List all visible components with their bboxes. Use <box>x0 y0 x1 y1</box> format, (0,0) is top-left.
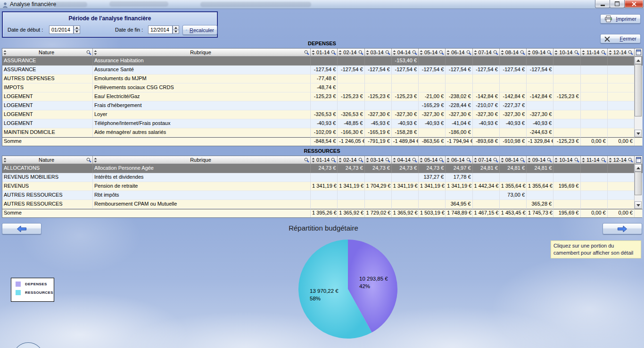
value-cell[interactable]: -40,93 € <box>311 119 338 128</box>
column-header-month-03-14[interactable]: 03-14 <box>365 49 392 57</box>
column-header-month-12-14[interactable]: 12-14 <box>608 49 635 57</box>
value-cell[interactable] <box>419 200 446 209</box>
value-cell[interactable] <box>608 173 635 182</box>
scroll-up-button[interactable] <box>635 57 642 64</box>
value-cell[interactable]: -327,30 € <box>419 110 446 119</box>
value-cell[interactable] <box>581 110 608 119</box>
minimize-button[interactable] <box>595 0 610 8</box>
value-cell[interactable]: 1 341,19 € <box>446 182 472 191</box>
recalculate-button[interactable]: Recalculer <box>182 25 217 35</box>
value-cell[interactable] <box>527 83 553 92</box>
value-cell[interactable] <box>338 75 364 83</box>
scrollbar-thumb[interactable] <box>635 64 642 116</box>
value-cell[interactable] <box>338 191 364 200</box>
value-cell[interactable] <box>608 83 635 92</box>
value-cell[interactable]: 24,73 € <box>419 164 446 173</box>
value-cell[interactable] <box>473 200 500 209</box>
vertical-scrollbar[interactable] <box>634 164 642 209</box>
value-cell[interactable] <box>553 75 580 83</box>
value-cell[interactable] <box>553 164 580 173</box>
value-cell[interactable] <box>419 191 446 200</box>
scrollbar-thumb[interactable] <box>635 172 642 195</box>
value-cell[interactable] <box>473 191 500 200</box>
value-cell[interactable]: -21,00 € <box>419 92 446 101</box>
column-header-month-10-14[interactable]: 10-14 <box>553 156 580 164</box>
value-cell[interactable] <box>473 57 500 66</box>
column-header-month-05-14[interactable]: 05-14 <box>419 49 446 57</box>
search-icon[interactable] <box>466 50 471 55</box>
value-cell[interactable]: -326,53 € <box>311 110 338 119</box>
value-cell[interactable] <box>338 200 364 209</box>
value-cell[interactable]: -326,53 € <box>338 110 364 119</box>
value-cell[interactable] <box>473 173 500 182</box>
rubrique-cell[interactable]: Intérêts et dividendes <box>93 173 311 182</box>
value-cell[interactable]: -327,30 € <box>473 110 500 119</box>
value-cell[interactable] <box>553 191 580 200</box>
rubrique-cell[interactable]: Eau/ Electricité/Gaz <box>93 92 311 101</box>
value-cell[interactable] <box>581 128 608 137</box>
value-cell[interactable]: -127,54 € <box>419 66 446 75</box>
value-cell[interactable] <box>553 83 580 92</box>
value-cell[interactable] <box>581 182 608 191</box>
search-icon[interactable] <box>520 50 525 55</box>
value-cell[interactable]: -142,84 € <box>473 92 500 101</box>
search-icon[interactable] <box>86 157 91 163</box>
column-header-month-04-14[interactable]: 04-14 <box>392 156 419 164</box>
value-cell[interactable] <box>608 119 635 128</box>
value-cell[interactable] <box>581 191 608 200</box>
value-cell[interactable] <box>553 200 580 209</box>
value-cell[interactable]: -142,84 € <box>527 92 553 101</box>
value-cell[interactable]: 365,28 € <box>527 200 553 209</box>
value-cell[interactable]: -238,02 € <box>446 92 472 101</box>
value-cell[interactable] <box>311 173 338 182</box>
value-cell[interactable] <box>473 128 500 137</box>
value-cell[interactable] <box>392 83 419 92</box>
value-cell[interactable] <box>365 191 392 200</box>
value-cell[interactable] <box>500 75 527 83</box>
column-header-month-12-14[interactable]: 12-14 <box>608 156 635 164</box>
column-header-month-04-14[interactable]: 04-14 <box>392 49 419 57</box>
rubrique-cell[interactable]: Assurance Habitation <box>93 57 311 66</box>
value-cell[interactable] <box>419 128 446 137</box>
start-date-spinner[interactable] <box>74 25 80 34</box>
nature-cell[interactable]: AUTRES RESSOURCES <box>2 191 93 200</box>
value-cell[interactable]: 195,69 € <box>553 182 580 191</box>
rubrique-cell[interactable]: Emoluments du MJPM <box>93 75 311 83</box>
value-cell[interactable] <box>581 164 608 173</box>
rubrique-cell[interactable]: Loyer <box>93 110 311 119</box>
search-icon[interactable] <box>358 157 363 163</box>
value-cell[interactable]: 24,81 € <box>527 164 553 173</box>
value-cell[interactable]: -127,54 € <box>527 66 553 75</box>
scrollbar-track[interactable] <box>635 195 642 201</box>
nature-cell[interactable]: LOGEMENT <box>2 92 93 101</box>
print-button[interactable]: Imprimer <box>600 14 641 24</box>
column-header-month-01-14[interactable]: 01-14 <box>311 156 338 164</box>
search-icon[interactable] <box>385 157 390 163</box>
value-cell[interactable] <box>608 164 635 173</box>
search-icon[interactable] <box>439 157 444 163</box>
column-header-month-07-14[interactable]: 07-14 <box>473 156 500 164</box>
nature-cell[interactable]: LOGEMENT <box>2 119 93 128</box>
value-cell[interactable]: -127,54 € <box>311 66 338 75</box>
value-cell[interactable] <box>553 173 580 182</box>
search-icon[interactable] <box>547 50 552 55</box>
value-cell[interactable]: 1 355,64 € <box>527 182 553 191</box>
value-cell[interactable] <box>392 200 419 209</box>
value-cell[interactable]: -327,30 € <box>446 110 472 119</box>
column-header-month-09-14[interactable]: 09-14 <box>527 156 553 164</box>
nature-cell[interactable]: LOGEMENT <box>2 110 93 119</box>
search-icon[interactable] <box>331 157 336 163</box>
value-cell[interactable]: 1 341,19 € <box>338 182 364 191</box>
search-icon[interactable] <box>520 157 525 163</box>
rubrique-cell[interactable]: Allocation Personne Agée <box>93 164 311 173</box>
value-cell[interactable]: 1 442,34 € <box>473 182 500 191</box>
rubrique-cell[interactable]: Pension de retraite <box>93 182 311 191</box>
value-cell[interactable] <box>392 191 419 200</box>
value-cell[interactable] <box>527 173 553 182</box>
column-header-month-08-14[interactable]: 08-14 <box>500 49 527 57</box>
value-cell[interactable] <box>581 101 608 110</box>
vertical-scrollbar[interactable] <box>634 57 642 137</box>
value-cell[interactable] <box>527 101 553 110</box>
value-cell[interactable] <box>338 101 364 110</box>
rubrique-cell[interactable]: Remboursement CPAM ou Mutuelle <box>93 200 311 209</box>
